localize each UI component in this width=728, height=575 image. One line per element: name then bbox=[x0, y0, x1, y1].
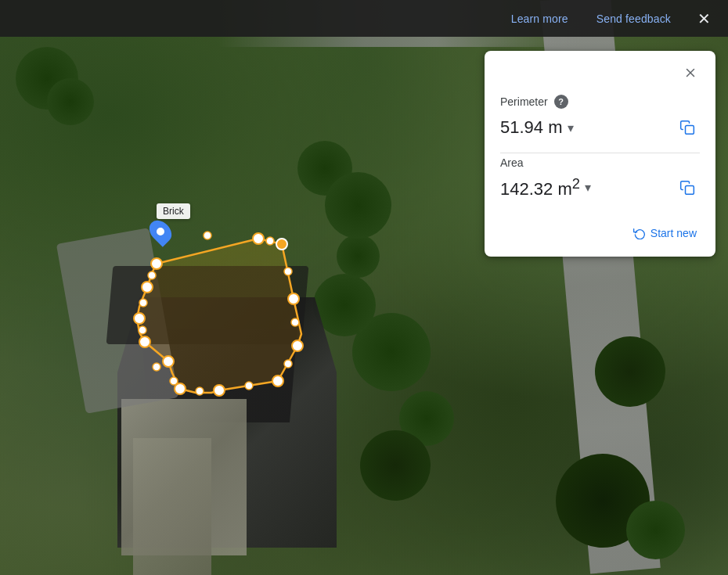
perimeter-value-display: 51.94 m ▾ bbox=[500, 117, 574, 138]
svg-rect-28 bbox=[686, 186, 694, 195]
panel-close-button[interactable] bbox=[678, 60, 703, 85]
area-label-text: Area bbox=[500, 156, 524, 169]
area-unit-superscript: 2 bbox=[572, 175, 580, 192]
area-label-row: Area bbox=[500, 156, 700, 169]
panel-footer: Start new bbox=[485, 213, 715, 257]
location-pin bbox=[151, 219, 170, 244]
close-icon bbox=[683, 66, 697, 80]
send-feedback-button[interactable]: Send feedback bbox=[584, 6, 683, 31]
brick-label: Brick bbox=[157, 203, 190, 219]
start-new-icon bbox=[633, 227, 646, 239]
perimeter-help-icon[interactable]: ? bbox=[554, 95, 568, 109]
garage-section bbox=[133, 438, 211, 575]
tree-7 bbox=[595, 336, 665, 407]
top-bar: Learn more Send feedback ✕ bbox=[0, 0, 728, 37]
panel-header bbox=[485, 51, 715, 92]
perimeter-label-row: Perimeter ? bbox=[500, 95, 700, 109]
perimeter-value-text: 51.94 m bbox=[500, 117, 563, 138]
area-dropdown-arrow[interactable]: ▾ bbox=[585, 180, 591, 195]
area-value-display: 142.32 m2 ▾ bbox=[500, 175, 591, 199]
perimeter-label-text: Perimeter bbox=[500, 95, 548, 108]
svg-rect-27 bbox=[686, 126, 694, 135]
perimeter-section: Perimeter ? 51.94 m ▾ bbox=[485, 92, 715, 153]
roof-section bbox=[106, 266, 309, 344]
tree-9 bbox=[337, 235, 380, 278]
copy-perimeter-icon bbox=[679, 120, 695, 135]
area-value-row: 142.32 m2 ▾ bbox=[500, 175, 700, 200]
tree-2 bbox=[47, 78, 94, 125]
tree-11 bbox=[325, 172, 391, 239]
area-value-text: 142.32 m2 bbox=[500, 175, 580, 199]
copy-area-button[interactable] bbox=[675, 175, 700, 200]
measurement-panel: Perimeter ? 51.94 m ▾ bbox=[485, 51, 715, 257]
copy-area-icon bbox=[679, 180, 695, 196]
tree-5 bbox=[360, 430, 431, 501]
perimeter-dropdown-arrow[interactable]: ▾ bbox=[568, 120, 574, 135]
perimeter-value-row: 51.94 m ▾ bbox=[500, 115, 700, 140]
start-new-button[interactable]: Start new bbox=[627, 222, 703, 244]
tree-12 bbox=[626, 501, 685, 559]
start-new-label: Start new bbox=[651, 227, 697, 239]
topbar-close-button[interactable]: ✕ bbox=[690, 5, 719, 33]
learn-more-button[interactable]: Learn more bbox=[499, 6, 581, 31]
copy-perimeter-button[interactable] bbox=[675, 115, 700, 140]
area-section: Area 142.32 m2 ▾ bbox=[485, 153, 715, 213]
